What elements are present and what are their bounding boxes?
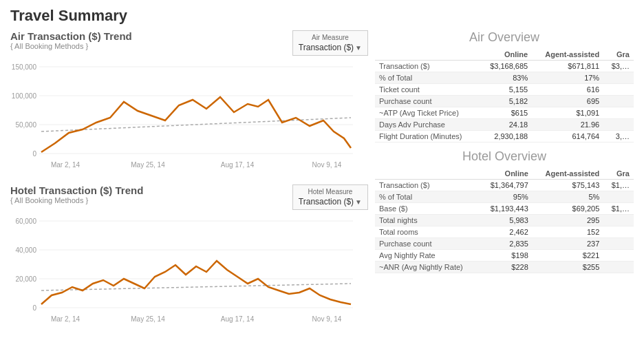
hotel-overview-table: Online Agent-assisted Gra Transaction ($… [375, 168, 634, 273]
table-cell: Avg Nightly Rate [375, 250, 480, 262]
table-cell [603, 107, 634, 119]
table-row: Total rooms2,462152 [375, 226, 634, 238]
table-cell: 5% [533, 191, 604, 203]
table-cell [603, 96, 634, 107]
svg-text:20,000: 20,000 [15, 275, 36, 283]
right-column: Air Overview Online Agent-assisted Gra T… [375, 30, 634, 339]
table-cell: Transaction ($) [375, 180, 480, 191]
air-chart-area: 150,000 100,000 50,000 0 [10, 57, 354, 178]
table-cell: Base ($) [375, 203, 480, 215]
air-overview-table: Online Agent-assisted Gra Transaction ($… [375, 49, 634, 142]
table-cell: 3,… [603, 131, 634, 142]
table-cell [603, 250, 634, 262]
table-cell: 616 [532, 84, 603, 96]
table-cell [603, 215, 634, 226]
air-chart-title: Air Transaction ($) Trend [10, 30, 132, 42]
table-row: ~ANR (Avg Nightly Rate)$228$255 [375, 262, 634, 273]
table-cell: $1,… [603, 180, 634, 191]
air-col-header-online: Online [480, 49, 533, 61]
air-col-header-metric [375, 49, 480, 61]
svg-text:150,000: 150,000 [12, 63, 37, 71]
table-row: Total nights5,983295 [375, 215, 634, 226]
svg-text:May 25, 14: May 25, 14 [131, 161, 165, 169]
hotel-col-header-gra: Gra [603, 168, 634, 180]
table-row: Flight Duration (Minutes)2,930,188614,76… [375, 131, 634, 142]
hotel-measure-label: Hotel Measure [299, 188, 362, 195]
air-chart-title-block: Air Transaction ($) Trend { All Booking … [10, 30, 132, 50]
table-cell: ~ANR (Avg Nightly Rate) [375, 262, 480, 273]
table-cell: 695 [532, 96, 603, 107]
air-measure-box: Air Measure Transaction ($) ▼ [292, 30, 368, 56]
table-cell: 21.96 [532, 119, 603, 131]
table-cell: $75,143 [533, 180, 604, 191]
air-col-header-gra: Gra [603, 49, 634, 61]
table-cell: ~ATP (Avg Ticket Price) [375, 107, 480, 119]
svg-text:60,000: 60,000 [15, 218, 36, 225]
table-cell: $1,… [603, 203, 634, 215]
table-cell: Ticket count [375, 84, 480, 96]
table-cell: $228 [480, 262, 532, 273]
table-cell: Purchase count [375, 238, 480, 250]
hotel-col-header-online: Online [480, 168, 532, 180]
table-cell: $1,091 [532, 107, 603, 119]
hotel-chart-title-block: Hotel Transaction ($) Trend { All Bookin… [10, 184, 143, 204]
air-chart-subtitle: { All Booking Methods } [10, 42, 132, 50]
svg-text:Nov 9, 14: Nov 9, 14 [312, 315, 342, 323]
table-cell [603, 191, 634, 203]
hotel-measure-box: Hotel Measure Transaction ($) ▼ [292, 184, 368, 210]
table-row: Transaction ($)$1,364,797$75,143$1,… [375, 180, 634, 191]
table-cell: 24.18 [480, 119, 533, 131]
air-overview-section: Air Overview Online Agent-assisted Gra T… [375, 30, 634, 142]
table-cell: 5,182 [480, 96, 533, 107]
air-dropdown-arrow-icon[interactable]: ▼ [355, 44, 362, 52]
air-measure-select-row[interactable]: Transaction ($) ▼ [299, 43, 362, 52]
table-cell: $69,205 [533, 203, 604, 215]
table-row: Purchase count2,835237 [375, 238, 634, 250]
svg-text:Aug 17, 14: Aug 17, 14 [221, 315, 255, 323]
svg-text:Mar 2, 14: Mar 2, 14 [51, 315, 80, 323]
hotel-overview-title: Hotel Overview [375, 149, 634, 164]
table-row: ~ATP (Avg Ticket Price)$615$1,091 [375, 107, 634, 119]
hotel-chart-section: Hotel Transaction ($) Trend { All Bookin… [10, 184, 368, 332]
air-table-body: Transaction ($)$3,168,685$671,811$3,…% o… [375, 61, 634, 142]
table-cell: 614,764 [532, 131, 603, 142]
hotel-measure-select-row[interactable]: Transaction ($) ▼ [299, 197, 362, 207]
svg-text:May 25, 14: May 25, 14 [131, 315, 165, 323]
hotel-chart-subtitle: { All Booking Methods } [10, 196, 143, 204]
hotel-chart-title: Hotel Transaction ($) Trend [10, 184, 143, 196]
left-column: Air Transaction ($) Trend { All Booking … [10, 30, 368, 339]
table-cell: Total rooms [375, 226, 480, 238]
table-cell: $221 [533, 250, 604, 262]
table-cell: $615 [480, 107, 533, 119]
air-measure-label: Air Measure [299, 34, 362, 41]
table-cell: 2,462 [480, 226, 532, 238]
table-cell [603, 226, 634, 238]
table-cell: 295 [533, 215, 604, 226]
table-row: Base ($)$1,193,443$69,205$1,… [375, 203, 634, 215]
table-cell: 237 [533, 238, 604, 250]
table-row: Transaction ($)$3,168,685$671,811$3,… [375, 61, 634, 72]
table-cell: 83% [480, 72, 533, 84]
svg-text:0: 0 [32, 150, 36, 158]
air-chart-section: Air Transaction ($) Trend { All Booking … [10, 30, 368, 178]
hotel-chart-header: Hotel Transaction ($) Trend { All Bookin… [10, 184, 368, 210]
table-cell: $1,364,797 [480, 180, 532, 191]
hotel-col-header-agent: Agent-assisted [533, 168, 604, 180]
table-cell [603, 72, 634, 84]
air-chart-svg: 150,000 100,000 50,000 0 [10, 57, 354, 178]
table-cell: $3,168,685 [480, 61, 533, 72]
page-container: Travel Summary Air Transaction ($) Trend… [0, 0, 644, 346]
table-cell: 5,155 [480, 84, 533, 96]
air-col-header-agent: Agent-assisted [532, 49, 603, 61]
table-row: % of Total95%5% [375, 191, 634, 203]
table-cell: Flight Duration (Minutes) [375, 131, 480, 142]
svg-text:50,000: 50,000 [15, 121, 36, 129]
air-overview-title: Air Overview [375, 30, 634, 45]
table-row: Purchase count5,182695 [375, 96, 634, 107]
table-cell: % of Total [375, 72, 480, 84]
svg-text:Aug 17, 14: Aug 17, 14 [221, 161, 255, 169]
air-table-header-row: Online Agent-assisted Gra [375, 49, 634, 61]
svg-text:Mar 2, 14: Mar 2, 14 [51, 161, 80, 169]
hotel-table-body: Transaction ($)$1,364,797$75,143$1,…% of… [375, 180, 634, 273]
hotel-dropdown-arrow-icon[interactable]: ▼ [355, 198, 362, 206]
